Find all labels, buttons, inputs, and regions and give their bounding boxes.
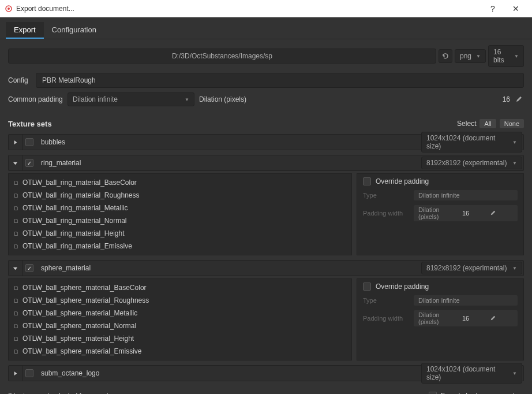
file-icon: 🗋 <box>13 322 19 329</box>
size-dropdown[interactable]: 1024x1024 (document size)▼ <box>421 363 522 384</box>
chevron-down-icon: ▼ <box>512 140 517 145</box>
export-shaders-checkbox[interactable] <box>429 392 437 394</box>
bits-dropdown[interactable]: 16 bits▼ <box>488 45 524 67</box>
edit-icon[interactable] <box>473 208 513 218</box>
chevron-down-icon: ▼ <box>512 266 517 271</box>
size-value: 1024x1024 (document size) <box>426 365 508 381</box>
file-icon: 🗋 <box>13 297 19 304</box>
chevron-down-icon: ▼ <box>185 97 189 102</box>
set-checkbox[interactable] <box>25 264 33 272</box>
set-name: sphere_material <box>36 264 421 272</box>
chevron-down-icon: ▼ <box>476 54 481 59</box>
file-icon: 🗋 <box>13 230 19 237</box>
padding-mode-dropdown[interactable]: Dilation infinite▼ <box>68 92 194 106</box>
override-type-label: Type <box>363 297 409 304</box>
close-button[interactable]: ✕ <box>504 0 527 17</box>
set-checkbox[interactable] <box>25 138 33 146</box>
file-icon: 🗋 <box>13 192 19 199</box>
dilation-label: Dilation (pixels) <box>199 95 246 103</box>
file-icon: 🗋 <box>13 348 19 355</box>
config-label: Config <box>8 76 31 84</box>
dilation-value: 16 <box>499 95 510 103</box>
override-width-label: Padding width <box>363 315 409 322</box>
tab-configuration[interactable]: Configuration <box>44 22 104 39</box>
texture-set-ring-material: ring_material 8192x8192 (experimental)▼ <box>8 155 524 171</box>
override-dilation-slider[interactable]: Dilation (pixels) 16 <box>414 310 518 326</box>
size-value: 8192x8192 (experimental) <box>426 159 507 167</box>
map-item[interactable]: 🗋OTLW_ball_ring_material_Metallic <box>13 202 347 214</box>
texture-sets-title: Texture sets <box>8 120 52 128</box>
override-type-value[interactable]: Dilation infinite <box>414 295 518 306</box>
size-value: 1024x1024 (document size) <box>426 134 508 150</box>
override-title: Override padding <box>376 177 429 185</box>
titlebar: Export document... ? ✕ <box>0 0 532 17</box>
chevron-down-icon: ▼ <box>512 161 517 166</box>
padding-mode-value: Dilation infinite <box>73 95 118 103</box>
file-icon: 🗋 <box>13 335 19 342</box>
config-field[interactable]: PBR MetalRough <box>36 73 524 88</box>
override-width-label: Padding width <box>363 210 409 217</box>
tab-export[interactable]: Export <box>6 22 44 39</box>
file-icon: 🗋 <box>13 284 19 291</box>
file-icon: 🗋 <box>13 179 19 186</box>
set-checkbox[interactable] <box>25 159 33 167</box>
collapse-button[interactable] <box>9 155 23 170</box>
override-type-value[interactable]: Dilation infinite <box>414 190 518 200</box>
edit-icon[interactable] <box>473 313 513 324</box>
map-item[interactable]: 🗋OTLW_ball_ring_material_Normal <box>13 214 347 227</box>
help-button[interactable]: ? <box>481 0 504 17</box>
size-dropdown[interactable]: 8192x8192 (experimental)▼ <box>421 262 522 274</box>
override-checkbox[interactable] <box>363 177 371 185</box>
expand-button[interactable] <box>9 366 23 381</box>
size-dropdown[interactable]: 8192x8192 (experimental)▼ <box>421 157 522 169</box>
set-name: subm_octane_logo <box>36 369 421 377</box>
texture-set-bubbles: bubbles 1024x1024 (document size)▼ <box>8 134 524 150</box>
map-item[interactable]: 🗋OTLW_ball_sphere_material_Roughness <box>13 294 347 307</box>
ring-material-expanded: 🗋OTLW_ball_ring_material_BaseColor 🗋OTLW… <box>8 173 524 255</box>
map-item[interactable]: 🗋OTLW_ball_sphere_material_Normal <box>13 319 347 332</box>
map-item[interactable]: 🗋OTLW_ball_ring_material_Height <box>13 227 347 240</box>
svg-point-1 <box>8 8 10 10</box>
file-icon: 🗋 <box>13 310 19 317</box>
export-shaders-label: Export shaders parameters <box>440 392 524 394</box>
format-value: png <box>460 52 471 60</box>
status-text: 2 textures set selected for export <box>8 392 108 394</box>
file-icon: 🗋 <box>13 217 19 224</box>
chevron-down-icon: ▼ <box>514 54 519 59</box>
select-label: Select <box>457 120 476 128</box>
app-icon <box>5 5 13 13</box>
chevron-down-icon: ▼ <box>512 371 517 376</box>
override-title: Override padding <box>376 283 429 291</box>
edit-icon[interactable] <box>514 94 524 105</box>
map-item[interactable]: 🗋OTLW_ball_sphere_material_Height <box>13 332 347 345</box>
set-name: ring_material <box>36 159 421 167</box>
sphere-material-expanded: 🗋OTLW_ball_sphere_material_BaseColor 🗋OT… <box>8 278 524 360</box>
map-item[interactable]: 🗋OTLW_ball_ring_material_Roughness <box>13 189 347 202</box>
reset-path-button[interactable] <box>439 49 452 63</box>
select-all-button[interactable]: All <box>479 119 496 128</box>
map-item[interactable]: 🗋OTLW_ball_sphere_material_BaseColor <box>13 281 347 294</box>
texture-set-subm-octane-logo: subm_octane_logo 1024x1024 (document siz… <box>8 365 524 381</box>
override-dilation-slider[interactable]: Dilation (pixels) 16 <box>414 205 518 221</box>
tab-bar: Export Configuration <box>0 22 532 39</box>
padding-label: Common padding <box>8 95 63 103</box>
file-icon: 🗋 <box>13 205 19 211</box>
set-name: bubbles <box>36 138 421 146</box>
map-item[interactable]: 🗋OTLW_ball_ring_material_Emissive <box>13 240 347 252</box>
override-type-label: Type <box>363 192 409 199</box>
size-dropdown[interactable]: 1024x1024 (document size)▼ <box>421 132 522 153</box>
export-path-input[interactable]: D:/3D/OctSubstances/Images/sp <box>8 49 436 64</box>
bits-value: 16 bits <box>493 48 509 64</box>
map-item[interactable]: 🗋OTLW_ball_ring_material_BaseColor <box>13 176 347 189</box>
expand-button[interactable] <box>9 135 23 150</box>
map-item[interactable]: 🗋OTLW_ball_sphere_material_Emissive <box>13 345 347 358</box>
override-checkbox[interactable] <box>363 283 371 291</box>
map-item[interactable]: 🗋OTLW_ball_sphere_material_Metallic <box>13 307 347 319</box>
set-checkbox[interactable] <box>25 369 33 377</box>
format-dropdown[interactable]: png▼ <box>455 49 486 63</box>
size-value: 8192x8192 (experimental) <box>426 264 507 272</box>
texture-set-sphere-material: sphere_material 8192x8192 (experimental)… <box>8 260 524 276</box>
file-icon: 🗋 <box>13 243 19 250</box>
select-none-button[interactable]: None <box>500 119 524 128</box>
collapse-button[interactable] <box>9 261 23 276</box>
